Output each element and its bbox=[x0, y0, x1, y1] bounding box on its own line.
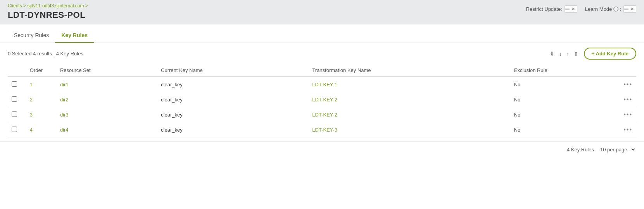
row-checkbox[interactable] bbox=[12, 96, 17, 102]
toggle-off-state: ✕ bbox=[628, 6, 636, 12]
order-link[interactable]: 2 bbox=[30, 97, 33, 103]
row-actions-cell: ••• bbox=[611, 77, 636, 92]
row-resource-set: dir3 bbox=[56, 107, 157, 122]
order-link[interactable]: 1 bbox=[30, 82, 33, 87]
toggle-on-state bbox=[624, 9, 628, 10]
row-resource-set: dir4 bbox=[56, 122, 157, 137]
breadcrumb-server[interactable]: sjdv11-odt43.sjinternal.com bbox=[27, 3, 84, 9]
row-exclusion-rule: No bbox=[510, 122, 611, 137]
resource-set-link[interactable]: dir4 bbox=[60, 127, 69, 133]
col-header-transformation-key-name: Transformation Key Name bbox=[308, 64, 510, 77]
tab-bar: Security Rules Key Rules bbox=[0, 28, 644, 43]
row-checkbox[interactable] bbox=[12, 127, 17, 132]
col-header-exclusion-rule: Exclusion Rule bbox=[510, 64, 611, 77]
col-header-current-key-name: Current Key Name bbox=[157, 64, 308, 77]
row-more-button[interactable]: ••• bbox=[623, 96, 632, 103]
row-exclusion-rule: No bbox=[510, 92, 611, 107]
row-checkbox-cell[interactable] bbox=[8, 107, 26, 122]
header-controls: Restrict Update: ✕ Learn Mode ⓘ : ✕ bbox=[526, 5, 636, 13]
col-header-actions bbox=[611, 64, 636, 77]
table-row: 2 dir2 clear_key LDT-KEY-2 No ••• bbox=[8, 92, 636, 107]
row-transformation-key-name: LDT-KEY-2 bbox=[308, 92, 510, 107]
sort-down-icon[interactable]: ↓ bbox=[558, 50, 563, 58]
add-key-rule-button[interactable]: + Add Key Rule bbox=[584, 48, 636, 60]
row-resource-set: dir1 bbox=[56, 77, 157, 92]
row-transformation-key-name: LDT-KEY-2 bbox=[308, 107, 510, 122]
toggle-on-state bbox=[565, 9, 570, 10]
restrict-update-toggle[interactable]: ✕ bbox=[565, 5, 577, 13]
row-checkbox[interactable] bbox=[12, 111, 17, 117]
transformation-key-link[interactable]: LDT-KEY-2 bbox=[312, 97, 337, 103]
resource-set-link[interactable]: dir1 bbox=[60, 82, 69, 87]
row-more-button[interactable]: ••• bbox=[623, 111, 632, 118]
row-order: 4 bbox=[26, 122, 56, 137]
row-checkbox-cell[interactable] bbox=[8, 77, 26, 92]
row-transformation-key-name: LDT-KEY-3 bbox=[308, 122, 510, 137]
row-checkbox-cell[interactable] bbox=[8, 92, 26, 107]
transformation-key-link[interactable]: LDT-KEY-1 bbox=[312, 82, 337, 87]
table-row: 4 dir4 clear_key LDT-KEY-3 No ••• bbox=[8, 122, 636, 137]
table-body: 1 dir1 clear_key LDT-KEY-1 No ••• 2 dir2 bbox=[8, 77, 636, 137]
row-current-key-name: clear_key bbox=[157, 77, 308, 92]
row-actions-cell: ••• bbox=[611, 122, 636, 137]
restrict-update-label: Restrict Update: bbox=[526, 6, 562, 12]
per-page-selector[interactable]: 10 per page 20 per page 50 per page 100 … bbox=[599, 146, 636, 153]
row-checkbox-cell[interactable] bbox=[8, 122, 26, 137]
row-transformation-key-name: LDT-KEY-1 bbox=[308, 77, 510, 92]
table-row: 3 dir3 clear_key LDT-KEY-2 No ••• bbox=[8, 107, 636, 122]
row-current-key-name: clear_key bbox=[157, 107, 308, 122]
row-order: 2 bbox=[26, 92, 56, 107]
row-actions-cell: ••• bbox=[611, 92, 636, 107]
row-more-button[interactable]: ••• bbox=[623, 126, 632, 133]
row-order: 1 bbox=[26, 77, 56, 92]
table-footer: 4 Key Rules 10 per page 20 per page 50 p… bbox=[0, 141, 644, 158]
restrict-update-group: Restrict Update: ✕ bbox=[526, 5, 577, 13]
sort-top-icon[interactable]: ⇑ bbox=[572, 50, 580, 58]
tab-key-rules[interactable]: Key Rules bbox=[55, 28, 94, 43]
row-actions-cell: ••• bbox=[611, 107, 636, 122]
row-exclusion-rule: No bbox=[510, 77, 611, 92]
sort-bottom-icon[interactable]: ⇓ bbox=[548, 50, 556, 58]
tab-security-rules[interactable]: Security Rules bbox=[8, 28, 55, 43]
resource-set-link[interactable]: dir2 bbox=[60, 97, 69, 103]
learn-mode-toggle[interactable]: ✕ bbox=[623, 5, 636, 13]
order-link[interactable]: 4 bbox=[30, 127, 33, 133]
sort-buttons: ⇓ ↓ ↑ ⇑ bbox=[548, 50, 580, 58]
learn-mode-group: Learn Mode ⓘ : ✕ bbox=[585, 5, 636, 13]
row-checkbox[interactable] bbox=[12, 81, 17, 87]
order-link[interactable]: 3 bbox=[30, 112, 33, 118]
col-header-order: Order bbox=[26, 64, 56, 77]
col-header-resource-set: Resource Set bbox=[56, 64, 157, 77]
toolbar: 0 Selected 4 results | 4 Key Rules ⇓ ↓ ↑… bbox=[0, 43, 644, 64]
table-row: 1 dir1 clear_key LDT-KEY-1 No ••• bbox=[8, 77, 636, 92]
sort-up-icon[interactable]: ↑ bbox=[565, 50, 571, 58]
row-exclusion-rule: No bbox=[510, 107, 611, 122]
col-header-checkbox bbox=[8, 64, 26, 77]
learn-mode-label: Learn Mode ⓘ : bbox=[585, 6, 621, 13]
row-current-key-name: clear_key bbox=[157, 122, 308, 137]
breadcrumb-clients[interactable]: Clients bbox=[8, 3, 22, 9]
resource-set-link[interactable]: dir3 bbox=[60, 112, 69, 118]
row-more-button[interactable]: ••• bbox=[623, 81, 632, 88]
key-rules-table: Order Resource Set Current Key Name Tran… bbox=[8, 64, 636, 137]
transformation-key-link[interactable]: LDT-KEY-3 bbox=[312, 127, 337, 133]
row-order: 3 bbox=[26, 107, 56, 122]
toggle-off-state: ✕ bbox=[570, 6, 577, 12]
row-resource-set: dir2 bbox=[56, 92, 157, 107]
results-info: 0 Selected 4 results | 4 Key Rules bbox=[8, 51, 544, 57]
table-header-row: Order Resource Set Current Key Name Tran… bbox=[8, 64, 636, 77]
key-rules-count: 4 Key Rules bbox=[567, 147, 594, 152]
key-rules-table-container: Order Resource Set Current Key Name Tran… bbox=[0, 64, 644, 137]
transformation-key-link[interactable]: LDT-KEY-2 bbox=[312, 112, 337, 118]
per-page-dropdown[interactable]: 10 per page 20 per page 50 per page 100 … bbox=[599, 146, 636, 153]
row-current-key-name: clear_key bbox=[157, 92, 308, 107]
